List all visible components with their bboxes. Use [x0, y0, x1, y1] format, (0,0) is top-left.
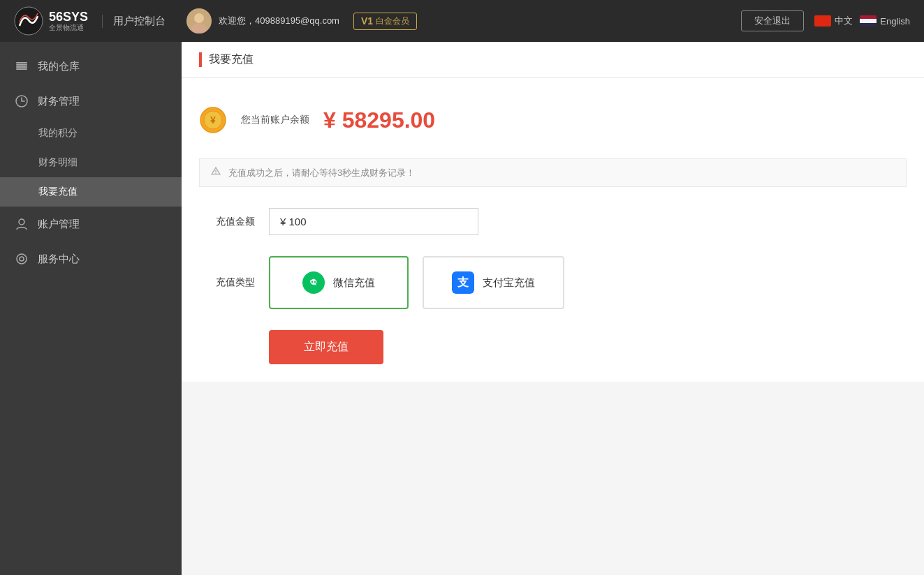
svg-text:¥: ¥ — [210, 114, 216, 126]
user-info: 欢迎您，409889195@qq.com V1 白金会员 — [186, 8, 741, 33]
svg-point-11 — [20, 257, 24, 261]
sidebar-label-finance: 财务管理 — [38, 95, 80, 108]
vip-label: 白金会员 — [376, 15, 409, 27]
svg-rect-7 — [16, 68, 27, 70]
content-body: ¥ 您当前账户余额 ¥ 58295.00 充值成功之后，请耐心等待3秒生成财务记… — [182, 78, 924, 382]
logo-icon — [14, 6, 43, 36]
alipay-label: 支付宝充值 — [483, 276, 535, 290]
balance-section: ¥ 您当前账户余额 ¥ 58295.00 — [199, 96, 907, 144]
alipay-letter-icon: 支 — [457, 276, 469, 290]
sidebar-label-service: 服务中心 — [38, 253, 80, 266]
sidebar-sub-recharge[interactable]: 我要充值 — [0, 177, 182, 207]
amount-label: 充值金额 — [199, 216, 255, 228]
sidebar-sub-points[interactable]: 我的积分 — [0, 119, 182, 148]
finance-icon — [14, 94, 29, 109]
submit-row: 立即充值 — [199, 330, 907, 364]
lang-en-label: English — [880, 16, 910, 27]
sidebar-label-detail: 财务明细 — [38, 156, 78, 169]
sidebar-label-account: 账户管理 — [38, 218, 80, 231]
svg-point-17 — [311, 281, 313, 283]
language-group: 中文 English — [814, 15, 910, 27]
notice-icon — [210, 166, 221, 179]
lang-en-item[interactable]: English — [860, 15, 910, 27]
alipay-icon: 支 — [452, 271, 474, 294]
lang-cn-item[interactable]: 中文 — [814, 15, 853, 27]
sidebar-label-warehouse: 我的仓库 — [38, 60, 80, 73]
payment-type-row: 充值类型 微信充值 支 — [199, 256, 907, 309]
alipay-option[interactable]: 支 支付宝充值 — [423, 256, 564, 309]
svg-rect-5 — [16, 64, 27, 66]
vip-badge: V1 白金会员 — [353, 13, 417, 30]
logo-sub: 全景物流通 — [49, 24, 88, 31]
warehouse-icon — [14, 59, 29, 74]
page-header: 我要充值 — [182, 42, 924, 78]
notice-bar: 充值成功之后，请耐心等待3秒生成财务记录！ — [199, 158, 907, 187]
system-title: 用户控制台 — [102, 15, 166, 28]
balance-label: 您当前账户余额 — [241, 114, 309, 126]
type-label: 充值类型 — [199, 276, 255, 289]
sidebar-label-points: 我的积分 — [38, 127, 78, 140]
logout-button[interactable]: 安全退出 — [741, 10, 804, 31]
logo-main: 56SYS — [49, 10, 88, 24]
payment-options: 微信充值 支 支付宝充值 — [269, 256, 564, 309]
sidebar-label-recharge: 我要充值 — [38, 186, 78, 198]
welcome-text: 欢迎您，409889195@qq.com — [219, 15, 339, 27]
balance-amount: ¥ 58295.00 — [323, 107, 435, 133]
coin-icon: ¥ — [199, 106, 227, 134]
header-actions: 安全退出 中文 English — [741, 10, 910, 31]
svg-rect-4 — [16, 62, 27, 64]
main-layout: 我的仓库 财务管理 我的积分 财务明细 我要充值 — [0, 42, 924, 575]
sidebar-item-finance[interactable]: 财务管理 — [0, 84, 182, 119]
wechat-icon — [302, 271, 325, 294]
sidebar-item-service[interactable]: 服务中心 — [0, 241, 182, 276]
sidebar-sub-detail[interactable]: 财务明细 — [0, 148, 182, 177]
amount-form-row: 充值金额 — [199, 208, 907, 235]
sidebar-item-account[interactable]: 账户管理 — [0, 207, 182, 241]
page-title: 我要充值 — [199, 52, 254, 67]
vip-level: V1 — [361, 15, 373, 27]
sidebar-item-warehouse[interactable]: 我的仓库 — [0, 49, 182, 84]
header: 56SYS 全景物流通 用户控制台 欢迎您，409889195@qq.com V… — [0, 0, 924, 42]
logo: 56SYS 全景物流通 — [14, 6, 88, 36]
svg-point-2 — [194, 13, 204, 23]
sidebar: 我的仓库 财务管理 我的积分 财务明细 我要充值 — [0, 42, 182, 575]
avatar — [186, 8, 212, 33]
wechat-option[interactable]: 微信充值 — [269, 256, 409, 309]
service-icon — [14, 251, 29, 267]
svg-point-16 — [215, 173, 216, 174]
flag-cn-icon — [814, 15, 831, 27]
flag-th-icon — [860, 15, 877, 27]
content-area: 我要充值 ¥ 您当前账户余额 ¥ 58295.00 — [182, 42, 924, 575]
svg-point-9 — [19, 219, 24, 225]
wechat-label: 微信充值 — [333, 276, 375, 290]
amount-input[interactable] — [269, 208, 478, 235]
account-icon — [14, 216, 29, 232]
svg-point-18 — [314, 281, 316, 283]
svg-rect-6 — [16, 66, 27, 68]
submit-button[interactable]: 立即充值 — [269, 330, 383, 364]
lang-cn-label: 中文 — [835, 15, 853, 27]
notice-text: 充值成功之后，请耐心等待3秒生成财务记录！ — [228, 167, 415, 179]
svg-point-10 — [17, 254, 27, 264]
